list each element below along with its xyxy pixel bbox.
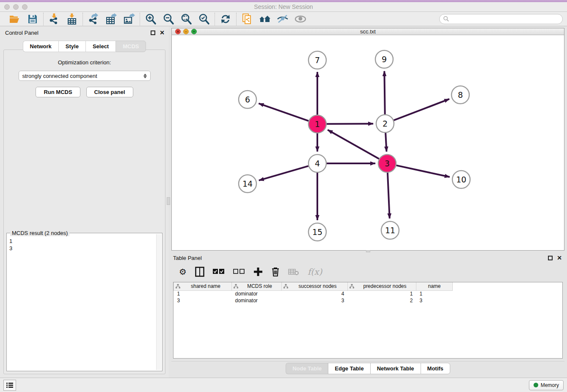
mcds-panel-body: Optimization criterion: strongly connect… [3, 50, 165, 374]
svg-text:9: 9 [382, 55, 387, 64]
close-panel-icon[interactable]: ✕ [160, 30, 165, 36]
select-stepper-icon [143, 74, 147, 78]
export-network-icon[interactable] [87, 13, 100, 25]
control-panel-title: Control Panel [5, 30, 39, 36]
tab-select[interactable]: Select [85, 41, 116, 52]
column-header-predecessor-nodes[interactable]: predecessor nodes [348, 282, 416, 290]
column-header-mcds-role[interactable]: MCDS role [232, 282, 282, 290]
svg-text:10: 10 [456, 175, 466, 184]
svg-text:11: 11 [385, 226, 395, 235]
memory-status-icon [534, 383, 538, 387]
table-tabs: Node Table Edge Table Network Table Moti… [171, 361, 564, 375]
memory-button[interactable]: Memory [529, 380, 564, 390]
mcds-result-title: MCDS result (2 nodes) [10, 230, 69, 236]
svg-text:7: 7 [315, 55, 320, 65]
tab-mcds[interactable]: MCDS [116, 41, 146, 52]
table-panel: Table Panel ✕ ⚙ [171, 252, 564, 378]
tab-motifs[interactable]: Motifs [421, 363, 450, 374]
table-row[interactable]: 1 dominator 4 1 1 [174, 290, 453, 297]
network-window-titlebar[interactable]: ✕ − + scc.txt [172, 28, 564, 35]
search-input[interactable] [439, 14, 563, 24]
svg-text:1: 1 [315, 119, 320, 129]
svg-text:6: 6 [245, 95, 250, 104]
node-table[interactable]: shared name MCDS role successor nodes pr… [173, 282, 563, 359]
tab-network[interactable]: Network [23, 41, 58, 52]
status-bar: Memory [0, 378, 567, 392]
close-panel-button[interactable]: Close panel [86, 87, 133, 97]
close-table-panel-icon[interactable]: ✕ [557, 255, 562, 261]
hierarchy-icon [284, 284, 288, 290]
save-session-icon[interactable] [26, 13, 39, 25]
app-title: Session: New Session [0, 3, 567, 10]
function-icon[interactable]: f(x) [308, 267, 322, 277]
result-scrollbar[interactable] [156, 234, 161, 370]
select-all-checkboxes-icon[interactable] [213, 269, 225, 275]
split-columns-icon[interactable] [195, 267, 204, 277]
list-icon [6, 382, 13, 388]
mcds-result-text[interactable]: 1 3 [9, 237, 156, 370]
tab-node-table[interactable]: Node Table [286, 363, 328, 374]
memory-label: Memory [541, 382, 559, 388]
export-table-icon[interactable] [105, 13, 118, 25]
float-panel-icon[interactable] [151, 30, 155, 35]
search-icon [443, 16, 449, 22]
hierarchy-icon [234, 284, 238, 290]
first-neighbors-icon[interactable] [259, 13, 271, 25]
add-column-icon[interactable] [253, 267, 263, 276]
task-history-button[interactable] [3, 380, 16, 391]
hide-selected-icon[interactable] [276, 13, 289, 25]
column-header-name[interactable]: name [416, 282, 453, 290]
network-window: ✕ − + scc.txt 7968124314101511 [171, 28, 564, 251]
network-graph[interactable]: 7968124314101511 [172, 35, 564, 248]
table-row[interactable]: 3 dominator 3 2 3 [174, 297, 453, 304]
panel-splitter-handle[interactable] [167, 197, 170, 205]
hierarchy-icon [176, 284, 180, 290]
float-table-panel-icon[interactable] [548, 256, 553, 260]
duplicate-network-icon[interactable] [241, 13, 253, 25]
refresh-layout-icon[interactable] [219, 13, 232, 25]
tab-network-table[interactable]: Network Table [370, 363, 421, 374]
network-window-title: scc.txt [172, 28, 564, 35]
zoom-fit-icon[interactable] [180, 13, 193, 25]
control-panel-tabs: Network Style Select MCDS [0, 41, 169, 52]
hierarchy-icon [350, 284, 354, 290]
svg-text:14: 14 [242, 179, 253, 188]
import-table-icon[interactable] [66, 13, 78, 25]
network-canvas[interactable]: 7968124314101511 [172, 35, 564, 250]
svg-text:2: 2 [383, 119, 388, 128]
run-mcds-button[interactable]: Run MCDS [36, 87, 80, 97]
column-header-successor-nodes[interactable]: successor nodes [282, 282, 348, 290]
open-session-icon[interactable] [8, 13, 21, 25]
clear-checkboxes-icon[interactable] [233, 269, 245, 275]
tab-edge-table[interactable]: Edge Table [328, 363, 370, 374]
delete-table-icon[interactable] [288, 268, 299, 276]
table-toolbar: ⚙ f(x) [171, 262, 564, 281]
table-header-row[interactable]: shared name MCDS role successor nodes pr… [174, 282, 453, 290]
column-header-shared-name[interactable]: shared name [174, 282, 232, 290]
zoom-out-icon[interactable] [162, 13, 175, 25]
svg-text:15: 15 [312, 227, 322, 237]
import-network-icon[interactable] [48, 13, 61, 25]
svg-text:4: 4 [315, 159, 320, 168]
svg-text:3: 3 [385, 159, 390, 168]
criterion-select[interactable]: strongly connected component [19, 71, 151, 81]
table-panel-title: Table Panel [173, 255, 202, 261]
tab-style[interactable]: Style [58, 41, 85, 52]
zoom-in-icon[interactable] [144, 13, 157, 25]
export-image-icon[interactable] [123, 13, 135, 25]
zoom-selected-icon[interactable] [198, 13, 210, 25]
svg-text:8: 8 [458, 90, 463, 99]
show-all-icon[interactable] [294, 13, 307, 25]
control-panel: Control Panel ✕ Network Style Select MCD… [0, 26, 169, 378]
main-toolbar [0, 12, 567, 26]
app-titlebar: Session: New Session [0, 2, 567, 12]
mcds-result-group: MCDS result (2 nodes) 1 3 [6, 233, 162, 371]
optimization-criterion-label: Optimization criterion: [4, 59, 165, 66]
gear-icon[interactable]: ⚙ [179, 267, 187, 277]
delete-column-icon[interactable] [271, 267, 280, 277]
